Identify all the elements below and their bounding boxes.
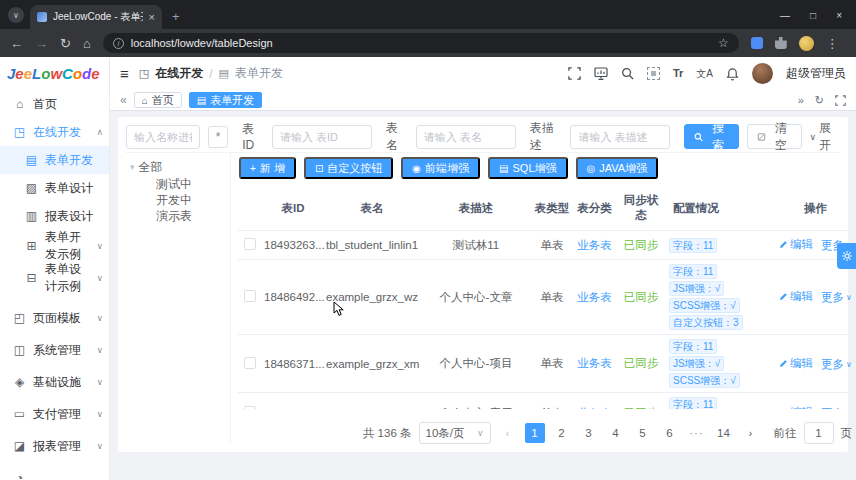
edit-link[interactable]: 编辑 — [779, 405, 813, 409]
sidebar-item-payment-mgmt[interactable]: ▭ 支付管理 ∨ — [0, 398, 109, 430]
tabs-scroll-right-icon[interactable]: » — [798, 94, 804, 106]
address-bar[interactable]: i localhost/lowdev/tableDesign ☆ — [103, 33, 739, 53]
page-button-6[interactable]: 6 — [660, 423, 680, 443]
sidebar-item-form-dev[interactable]: ▤ 表单开发 — [0, 146, 109, 174]
prev-page-button[interactable]: ‹ — [498, 423, 518, 443]
sql-enhance-button[interactable]: ▤SQL增强 — [488, 157, 567, 179]
page-button-14[interactable]: 14 — [714, 423, 734, 443]
goto-page-input[interactable] — [804, 422, 834, 444]
tab-close-icon[interactable]: × — [149, 11, 155, 23]
window-close-button[interactable]: × — [836, 10, 842, 21]
page-button-5[interactable]: 5 — [633, 423, 653, 443]
browser-profile-avatar[interactable] — [799, 36, 814, 51]
search-button[interactable]: 搜索 — [684, 124, 739, 149]
frontend-enhance-button[interactable]: ◉前端增强 — [401, 157, 480, 179]
tree-node-developing[interactable]: 开发中 — [130, 192, 230, 208]
page-button-3[interactable]: 3 — [579, 423, 599, 443]
forward-icon[interactable]: → — [35, 37, 48, 50]
edit-link[interactable]: 编辑 — [779, 237, 813, 252]
partial-item-icon: ◔ — [13, 471, 26, 480]
tree-node-all[interactable]: ▾ 全部 — [130, 158, 230, 176]
fullscreen-icon[interactable] — [568, 67, 581, 80]
tab-search-icon[interactable]: ∨ — [8, 7, 24, 23]
bookmark-star-icon[interactable]: ☆ — [718, 36, 729, 50]
watermark-layout-icon[interactable] — [647, 67, 660, 80]
row-checkbox[interactable] — [244, 357, 256, 369]
page-button-1[interactable]: 1 — [525, 423, 545, 443]
back-icon[interactable]: ← — [10, 37, 23, 50]
table-name-input[interactable] — [416, 125, 516, 149]
sidebar-item-form-design-examples[interactable]: ⊟ 表单设计示例 ∨ — [0, 262, 109, 294]
sidebar-collapse-icon[interactable]: ≡ — [120, 65, 129, 82]
tree-node-testing[interactable]: 测试中 — [130, 176, 230, 192]
report-mgmt-icon: ◪ — [13, 439, 26, 453]
page-button-4[interactable]: 4 — [606, 423, 626, 443]
user-avatar[interactable] — [752, 63, 773, 84]
extensions-puzzle-icon[interactable] — [775, 37, 787, 49]
data-analysis-icon[interactable] — [594, 67, 608, 80]
tab-fullscreen-icon[interactable] — [835, 95, 846, 106]
sidebar-item-page-templates[interactable]: ◰ 页面模板 ∨ — [0, 302, 109, 334]
expand-toggle[interactable]: ∨ 展开 — [810, 120, 841, 154]
form-dev-examples-icon: ⊞ — [25, 239, 38, 253]
page-size-select[interactable]: 10条/页 ∨ — [419, 422, 491, 444]
sidebar-item-home[interactable]: ⌂ 首页 — [0, 90, 109, 118]
tab-refresh-icon[interactable]: ↻ — [815, 94, 824, 107]
sidebar-item-system-mgmt[interactable]: ◫ 系统管理 ∨ — [0, 334, 109, 366]
config-badge: 字段：11 — [669, 339, 717, 354]
custom-button-button[interactable]: ⊡自定义按钮 — [304, 157, 393, 179]
sidebar-item-report-design[interactable]: ▥ 报表设计 — [0, 202, 109, 230]
site-info-icon[interactable]: i — [113, 38, 124, 49]
pages-ellipsis[interactable]: ··· — [687, 423, 707, 443]
more-link[interactable]: 更多∨ — [821, 406, 852, 409]
tree-filter-input[interactable] — [126, 125, 200, 149]
tabs-scroll-left-icon[interactable]: « — [120, 93, 127, 107]
maximize-button[interactable]: □ — [810, 10, 816, 21]
next-page-button[interactable]: › — [741, 423, 761, 443]
tree-filter-action-button[interactable]: * — [208, 126, 228, 148]
add-button[interactable]: +新 增 — [239, 157, 296, 179]
page-tab-home[interactable]: ⌂ 首页 — [134, 92, 182, 108]
java-enhance-button[interactable]: ◎JAVA增强 — [576, 157, 659, 179]
edit-link[interactable]: 编辑 — [779, 356, 813, 371]
translate-icon[interactable]: 文A — [696, 69, 713, 79]
table-row[interactable]: 18486316... example_grzx_yy 个人中心-应用 单表 业… — [238, 393, 854, 410]
table-row[interactable]: 18493263... tbl_student_linlin1 测试林11 单表… — [238, 231, 854, 260]
row-checkbox[interactable] — [244, 406, 256, 409]
browser-menu-kebab-icon[interactable]: ⋮ — [826, 37, 839, 50]
sidebar-item-form-dev-examples[interactable]: ⊞ 表单开发示例 ∨ — [0, 230, 109, 262]
extension-icon[interactable] — [751, 37, 763, 49]
new-tab-button[interactable]: + — [172, 9, 180, 24]
reload-icon[interactable]: ↻ — [60, 37, 71, 50]
theme-settings-button[interactable] — [837, 243, 856, 269]
table-desc-input[interactable] — [570, 125, 670, 149]
page-tab-form-dev[interactable]: ▤ 表单开发 — [189, 92, 262, 108]
row-checkbox[interactable] — [244, 290, 256, 302]
clear-button[interactable]: 清空 — [747, 124, 802, 149]
favicon-icon — [37, 12, 47, 22]
sidebar-item-online-dev[interactable]: ◳ 在线开发 ∧ — [0, 118, 109, 146]
page-button-2[interactable]: 2 — [552, 423, 572, 443]
config-badge: SCSS增强：√ — [669, 298, 740, 313]
table-row[interactable]: 18486492... example_grzx_wz 个人中心-文章 单表 业… — [238, 260, 854, 335]
search-icon[interactable] — [621, 67, 634, 80]
sidebar-item-report-mgmt[interactable]: ◪ 报表管理 ∨ — [0, 430, 109, 462]
table-row[interactable]: 18486371... example_grzx_xm 个人中心-项目 单表 业… — [238, 335, 854, 393]
sidebar-item-form-design[interactable]: ▨ 表单设计 — [0, 174, 109, 202]
table-wrap: 表ID 表名 表描述 表类型 表分类 同步状态 配置情况 操作 — [238, 186, 854, 409]
minimize-button[interactable]: — — [780, 10, 790, 21]
breadcrumb-online-dev[interactable]: 在线开发 — [155, 65, 203, 82]
table-desc-label: 表描述 — [530, 120, 563, 154]
row-checkbox[interactable] — [244, 238, 256, 250]
browser-tab[interactable]: JeeLowCode - 表单开发 × — [30, 5, 162, 29]
more-link[interactable]: 更多∨ — [821, 357, 852, 372]
sidebar-item-infrastructure[interactable]: ◈ 基础设施 ∨ — [0, 366, 109, 398]
font-size-icon[interactable]: Tr — [673, 68, 683, 79]
table-id-input[interactable] — [272, 125, 372, 149]
tree-node-demo[interactable]: 演示表 — [130, 208, 230, 224]
more-link[interactable]: 更多∨ — [821, 290, 852, 305]
browser-home-icon[interactable]: ⌂ — [83, 37, 91, 50]
notification-bell-icon[interactable] — [726, 67, 739, 81]
edit-link[interactable]: 编辑 — [779, 289, 813, 304]
sidebar-item-partial[interactable]: ◔ — [0, 462, 109, 480]
